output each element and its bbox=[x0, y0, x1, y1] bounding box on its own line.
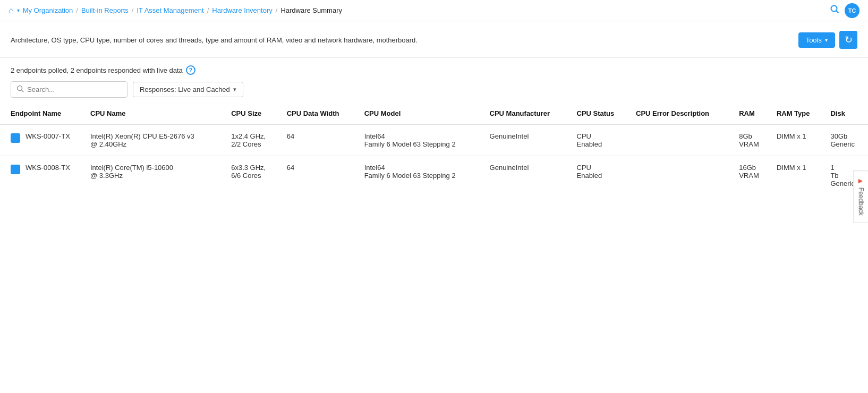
tools-label: Tools bbox=[806, 36, 822, 44]
col-ram-type: RAM Type bbox=[771, 103, 826, 124]
endpoints-info-text: 2 endpoints polled, 2 endpoints responde… bbox=[11, 66, 183, 74]
breadcrumb-hardware-summary: Hardware Summary bbox=[280, 6, 342, 14]
col-disk: Disk bbox=[825, 103, 868, 124]
description-bar: Architecture, OS type, CPU type, number … bbox=[0, 21, 868, 58]
help-icon[interactable]: ? bbox=[186, 65, 195, 75]
endpoint-name-text: WKS-0008-TX bbox=[25, 164, 70, 172]
cell-ram: 8GbVRAM bbox=[734, 124, 771, 156]
topnav-right: TC bbox=[830, 3, 860, 18]
cell-cpu-status: CPUEnabled bbox=[572, 156, 631, 195]
refresh-button[interactable]: ↻ bbox=[839, 31, 857, 49]
cell-cpu-name: Intel(R) Xeon(R) CPU E5-2676 v3@ 2.40GHz bbox=[85, 124, 226, 156]
svg-line-3 bbox=[22, 90, 24, 92]
breadcrumb-separator-3: / bbox=[207, 6, 209, 14]
cell-cpu-manufacturer: GenuineIntel bbox=[484, 156, 572, 195]
col-cpu-size: CPU Size bbox=[226, 103, 281, 124]
refresh-icon: ↻ bbox=[845, 34, 853, 46]
response-filter-chevron-icon: ▾ bbox=[233, 86, 236, 93]
main-content: Architecture, OS type, CPU type, number … bbox=[0, 21, 868, 393]
table-header-row: Endpoint Name CPU Name CPU Size CPU Data… bbox=[0, 103, 868, 124]
col-cpu-data-width: CPU Data Width bbox=[282, 103, 359, 124]
cell-cpu-data-width: 64 bbox=[282, 124, 359, 156]
hardware-table: Endpoint Name CPU Name CPU Size CPU Data… bbox=[0, 103, 868, 195]
table-container: Endpoint Name CPU Name CPU Size CPU Data… bbox=[0, 103, 868, 195]
cell-cpu-model: Intel64 Family 6 Model 63 Stepping 2 bbox=[359, 156, 484, 195]
description-text: Architecture, OS type, CPU type, number … bbox=[11, 36, 418, 44]
cell-cpu-manufacturer: GenuineIntel bbox=[484, 124, 572, 156]
cell-cpu-error-description bbox=[631, 124, 734, 156]
cell-cpu-model: Intel64 Family 6 Model 63 Stepping 2 bbox=[359, 124, 484, 156]
cell-cpu-data-width: 64 bbox=[282, 156, 359, 195]
filter-controls: Responses: Live and Cached ▾ bbox=[11, 81, 857, 98]
breadcrumb-current: Hardware Summary bbox=[280, 6, 342, 14]
col-cpu-status: CPU Status bbox=[572, 103, 631, 124]
col-cpu-model: CPU Model bbox=[359, 103, 484, 124]
col-cpu-name: CPU Name bbox=[85, 103, 226, 124]
feedback-label: Feedback bbox=[857, 187, 865, 216]
endpoint-status-dot bbox=[11, 133, 20, 143]
topnav: ⌂ ▾ My Organization / Built-in Reports /… bbox=[0, 0, 868, 21]
chevron-down-icon: ▾ bbox=[17, 7, 20, 13]
response-filter[interactable]: Responses: Live and Cached ▾ bbox=[133, 82, 243, 97]
description-actions: Tools ▾ ↻ bbox=[798, 31, 857, 49]
search-icon bbox=[16, 85, 24, 94]
cell-disk: 30GbGeneric bbox=[825, 124, 868, 156]
endpoints-info: 2 endpoints polled, 2 endpoints responde… bbox=[11, 65, 857, 75]
col-cpu-error-description: CPU Error Description bbox=[631, 103, 734, 124]
breadcrumb-my-org[interactable]: ▾ My Organization bbox=[17, 6, 73, 14]
filter-bar: 2 endpoints polled, 2 endpoints responde… bbox=[0, 58, 868, 103]
breadcrumb-separator-4: / bbox=[276, 6, 278, 14]
feedback-triangle-icon: ▲ bbox=[857, 177, 865, 185]
breadcrumb-link-my-org[interactable]: My Organization bbox=[23, 6, 73, 14]
search-box bbox=[11, 81, 127, 98]
breadcrumb-it-asset[interactable]: IT Asset Management bbox=[137, 6, 203, 14]
endpoint-name-text: WKS-0007-TX bbox=[25, 132, 70, 140]
home-icon[interactable]: ⌂ bbox=[8, 6, 14, 15]
breadcrumb-link-hardware-inventory[interactable]: Hardware Inventory bbox=[212, 6, 272, 14]
breadcrumb-separator-1: / bbox=[76, 6, 78, 14]
cell-endpoint-name: WKS-0007-TX bbox=[0, 124, 85, 156]
cell-ram-type: DIMM x 1 bbox=[771, 124, 826, 156]
cell-cpu-status: CPUEnabled bbox=[572, 124, 631, 156]
col-endpoint-name: Endpoint Name bbox=[0, 103, 85, 124]
endpoint-status-dot bbox=[11, 165, 20, 174]
avatar[interactable]: TC bbox=[845, 3, 860, 18]
tools-chevron-icon: ▾ bbox=[825, 37, 828, 43]
cell-cpu-size: 6x3.3 GHz,6/6 Cores bbox=[226, 156, 281, 195]
breadcrumb-separator-2: / bbox=[132, 6, 134, 14]
search-input[interactable] bbox=[27, 86, 122, 93]
cell-cpu-size: 1x2.4 GHz,2/2 Cores bbox=[226, 124, 281, 156]
svg-line-1 bbox=[837, 11, 839, 13]
col-ram: RAM bbox=[734, 103, 771, 124]
cell-ram: 16GbVRAM bbox=[734, 156, 771, 195]
cell-cpu-error-description bbox=[631, 156, 734, 195]
table-row[interactable]: WKS-0008-TX Intel(R) Core(TM) i5-10600@ … bbox=[0, 156, 868, 195]
cell-cpu-name: Intel(R) Core(TM) i5-10600@ 3.3GHz bbox=[85, 156, 226, 195]
cell-ram-type: DIMM x 1 bbox=[771, 156, 826, 195]
breadcrumb-link-built-in-reports[interactable]: Built-in Reports bbox=[81, 6, 129, 14]
cell-endpoint-name: WKS-0008-TX bbox=[0, 156, 85, 195]
feedback-tab[interactable]: ▲ Feedback bbox=[853, 170, 868, 223]
breadcrumb-built-in-reports[interactable]: Built-in Reports bbox=[81, 6, 129, 14]
breadcrumb-hardware-inventory[interactable]: Hardware Inventory bbox=[212, 6, 272, 14]
topnav-search-icon[interactable] bbox=[830, 4, 839, 16]
response-filter-label: Responses: Live and Cached bbox=[140, 86, 230, 93]
tools-button[interactable]: Tools ▾ bbox=[798, 32, 835, 48]
table-row[interactable]: WKS-0007-TX Intel(R) Xeon(R) CPU E5-2676… bbox=[0, 124, 868, 156]
breadcrumb-link-it-asset[interactable]: IT Asset Management bbox=[137, 6, 203, 14]
col-cpu-manufacturer: CPU Manufacturer bbox=[484, 103, 572, 124]
